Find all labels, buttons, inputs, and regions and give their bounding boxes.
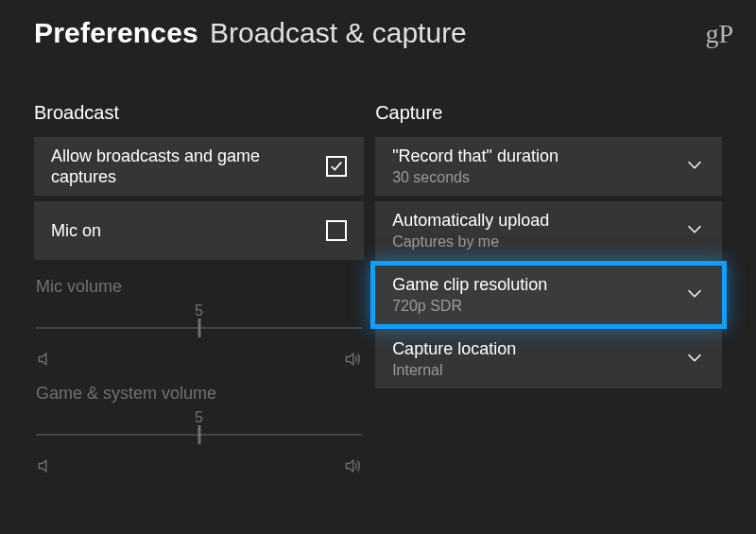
mic-on-label: Mic on: [51, 220, 101, 242]
volume-mute-icon: [36, 350, 55, 372]
page-header: Preferences Broadcast & capture: [34, 17, 722, 49]
game-clip-resolution-value: 720p SDR: [392, 297, 547, 316]
page-title-secondary: Broadcast & capture: [210, 17, 467, 49]
broadcast-section-title: Broadcast: [34, 102, 364, 124]
game-clip-resolution-row[interactable]: Game clip resolution 720p SDR: [375, 266, 722, 324]
record-that-duration-row[interactable]: "Record that" duration 30 seconds: [375, 137, 722, 196]
mic-on-checkbox[interactable]: [326, 220, 347, 241]
record-that-duration-value: 30 seconds: [392, 168, 558, 187]
game-system-volume-value: 5: [195, 409, 203, 426]
volume-high-icon: [343, 456, 362, 479]
mic-volume-group: Mic volume 5: [34, 277, 364, 372]
automatically-upload-row[interactable]: Automatically upload Captures by me: [375, 201, 722, 260]
slider-thumb[interactable]: [198, 319, 200, 337]
capture-section: Capture "Record that" duration 30 second…: [375, 102, 722, 479]
mic-volume-slider[interactable]: 5: [36, 302, 362, 350]
mic-volume-title: Mic volume: [36, 277, 362, 297]
volume-mute-icon: [36, 456, 55, 479]
mic-on-row[interactable]: Mic on: [34, 201, 364, 260]
mic-volume-value: 5: [195, 302, 203, 319]
capture-location-row[interactable]: Capture location Internal: [375, 330, 722, 388]
chevron-down-icon: [684, 218, 705, 243]
game-system-volume-slider[interactable]: 5: [36, 409, 362, 456]
capture-location-label: Capture location: [392, 338, 516, 360]
page-title-primary: Preferences: [34, 17, 198, 49]
allow-broadcasts-checkbox[interactable]: [326, 156, 347, 177]
checkmark-icon: [330, 160, 343, 173]
broadcast-section: Broadcast Allow broadcasts and game capt…: [34, 102, 364, 479]
capture-section-title: Capture: [375, 102, 722, 124]
watermark: gP: [705, 19, 733, 49]
chevron-down-icon: [684, 283, 705, 307]
game-system-volume-title: Game & system volume: [36, 384, 362, 404]
capture-location-value: Internal: [392, 361, 516, 380]
slider-thumb[interactable]: [198, 425, 200, 444]
record-that-duration-label: "Record that" duration: [392, 146, 558, 167]
game-system-volume-group: Game & system volume 5: [34, 384, 364, 479]
game-clip-resolution-label: Game clip resolution: [392, 274, 547, 296]
chevron-down-icon: [684, 347, 705, 371]
allow-broadcasts-label: Allow broadcasts and game captures: [51, 146, 278, 188]
automatically-upload-label: Automatically upload: [392, 210, 549, 232]
automatically-upload-value: Captures by me: [392, 233, 549, 251]
chevron-down-icon: [684, 154, 705, 179]
volume-high-icon: [343, 350, 362, 372]
allow-broadcasts-row[interactable]: Allow broadcasts and game captures: [34, 137, 364, 196]
